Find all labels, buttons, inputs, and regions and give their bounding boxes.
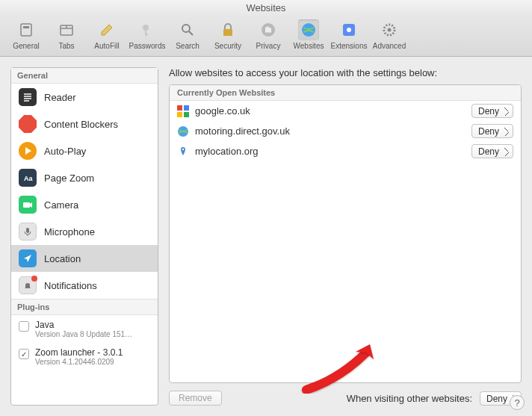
bell-icon [19, 276, 37, 294]
svg-rect-0 [21, 24, 31, 36]
sidebar-item-camera[interactable]: Camera [11, 191, 158, 218]
footer-label: When visiting other websites: [347, 393, 472, 404]
tab-advanced[interactable]: Advanced [372, 19, 406, 50]
switch-icon [16, 19, 37, 40]
favicon-google [177, 105, 189, 117]
checkbox[interactable] [19, 321, 29, 332]
globe-icon [298, 19, 319, 40]
puzzle-icon [338, 19, 359, 40]
remove-button[interactable]: Remove [169, 391, 222, 406]
sidebar-label: Location [44, 253, 81, 264]
tabs-icon [56, 19, 77, 40]
favicon-globe [177, 125, 189, 137]
help-button[interactable]: ? [510, 395, 525, 410]
tab-autofill[interactable]: AutoFill [90, 19, 124, 50]
table-section-header: Currently Open Websites [170, 85, 521, 101]
pencil-icon [96, 19, 117, 40]
tab-general[interactable]: General [9, 19, 43, 50]
svg-point-11 [262, 23, 275, 37]
plugin-item-zoom[interactable]: ✓ Zoom launcher - 3.0.1 Version 4.1.2044… [11, 343, 158, 370]
site-permission-select[interactable]: Deny [471, 124, 513, 138]
sidebar-label: Camera [44, 199, 78, 211]
svg-point-14 [347, 28, 351, 32]
location-icon [19, 249, 37, 267]
reader-icon [19, 88, 37, 106]
site-name: motoring.direct.gov.uk [195, 125, 466, 137]
site-row[interactable]: motoring.direct.gov.uk Deny [170, 121, 521, 141]
preferences-toolbar: General Tabs AutoFill Passwords Search S… [0, 16, 532, 57]
stop-icon [19, 115, 37, 133]
favicon-pin [177, 146, 189, 158]
plugin-item-java[interactable]: Java Version Java 8 Update 151… [11, 315, 158, 343]
sidebar-item-content-blockers[interactable]: Content Blockers [11, 111, 158, 137]
svg-line-9 [189, 31, 193, 35]
site-permission-select[interactable]: Deny [471, 144, 513, 158]
sidebar-item-notifications[interactable]: Notifications [11, 272, 158, 299]
checkbox[interactable]: ✓ [19, 349, 29, 359]
sidebar-item-microphone[interactable]: Microphone [11, 218, 158, 245]
main-title: Allow websites to access your location w… [169, 67, 522, 78]
svg-rect-26 [184, 105, 189, 111]
svg-point-30 [182, 148, 184, 149]
svg-rect-27 [177, 112, 182, 117]
site-row[interactable]: google.co.uk Deny [170, 101, 521, 121]
sidebar: General Reader Content Blockers Auto-Pla… [10, 67, 158, 406]
svg-rect-25 [177, 105, 182, 111]
svg-point-5 [143, 25, 149, 31]
camera-icon [19, 196, 37, 214]
site-name: google.co.uk [195, 105, 466, 117]
main-panel: Allow websites to access your location w… [169, 67, 522, 406]
tab-extensions[interactable]: Extensions [332, 19, 366, 50]
svg-text:Aa: Aa [24, 175, 33, 182]
search-icon [177, 19, 198, 40]
svg-rect-28 [184, 112, 189, 117]
sidebar-item-page-zoom[interactable]: Aa Page Zoom [11, 164, 158, 191]
site-row[interactable]: mylocation.org Deny [170, 141, 521, 161]
window-title: Websites [0, 0, 532, 16]
sidebar-label: Content Blockers [44, 119, 118, 130]
sidebar-item-reader[interactable]: Reader [11, 84, 158, 111]
svg-rect-1 [23, 26, 29, 28]
tab-privacy[interactable]: Privacy [251, 19, 285, 50]
notification-badge [31, 276, 37, 282]
sidebar-label: Auto-Play [44, 146, 86, 157]
site-permission-select[interactable]: Deny [471, 104, 513, 118]
zoom-icon: Aa [19, 169, 37, 187]
tab-search[interactable]: Search [170, 19, 205, 50]
svg-rect-23 [26, 228, 29, 233]
tab-websites[interactable]: Websites [291, 19, 326, 50]
main-footer: Remove When visiting other websites: Den… [169, 383, 522, 406]
sidebar-item-auto-play[interactable]: Auto-Play [11, 137, 158, 164]
tab-passwords[interactable]: Passwords [130, 19, 164, 50]
sidebar-label: Notifications [44, 280, 97, 291]
plugin-version: Version 4.1.20446.0209 [35, 358, 123, 366]
plugin-name: Java [35, 320, 132, 330]
tab-security[interactable]: Security [211, 19, 245, 50]
hand-icon [258, 19, 279, 40]
sidebar-header-plugins: Plug-ins [11, 299, 158, 315]
gear-icon [379, 19, 400, 40]
key-icon [137, 19, 158, 40]
lock-icon [217, 19, 238, 40]
svg-rect-22 [23, 202, 30, 208]
svg-rect-10 [223, 29, 232, 36]
sidebar-label: Page Zoom [44, 173, 94, 184]
svg-point-16 [388, 28, 392, 32]
websites-table: Currently Open Websites google.co.uk Den… [169, 84, 522, 383]
svg-rect-7 [145, 34, 148, 35]
sidebar-label: Reader [44, 92, 76, 103]
sidebar-header-general: General [11, 68, 158, 84]
sidebar-label: Microphone [44, 226, 95, 238]
plugin-name: Zoom launcher - 3.0.1 [35, 347, 123, 358]
plugin-version: Version Java 8 Update 151… [35, 330, 132, 338]
site-name: mylocation.org [195, 146, 466, 157]
svg-point-8 [182, 25, 190, 32]
play-icon [19, 142, 37, 160]
sidebar-item-location[interactable]: Location [11, 245, 158, 272]
tab-tabs[interactable]: Tabs [49, 19, 84, 50]
microphone-icon [19, 223, 37, 240]
